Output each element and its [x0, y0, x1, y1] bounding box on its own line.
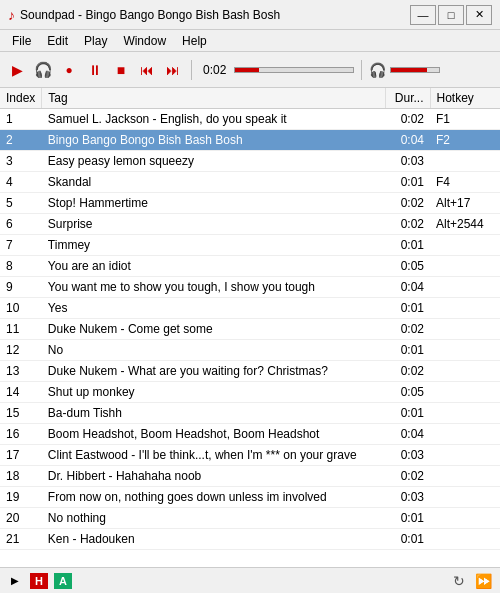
table-row[interactable]: 21Ken - Hadouken0:01 [0, 529, 500, 550]
cell-hotkey [430, 424, 500, 445]
table-row[interactable]: 2Bingo Bango Bongo Bish Bash Bosh0:04F2 [0, 130, 500, 151]
stop-button[interactable]: ■ [110, 59, 132, 81]
cell-duration: 0:04 [385, 130, 430, 151]
close-button[interactable]: ✕ [466, 5, 492, 25]
table-row[interactable]: 17Clint Eastwood - I'll be think...t, wh… [0, 445, 500, 466]
table-row[interactable]: 7Timmey0:01 [0, 235, 500, 256]
status-badge-h[interactable]: H [30, 573, 48, 589]
status-badge-a[interactable]: A [54, 573, 72, 589]
cell-hotkey [430, 256, 500, 277]
pause-button[interactable]: ⏸ [84, 59, 106, 81]
menu-bar: File Edit Play Window Help [0, 30, 500, 52]
cell-index: 5 [0, 193, 42, 214]
cell-tag: Yes [42, 298, 385, 319]
cell-index: 18 [0, 466, 42, 487]
cell-duration: 0:02 [385, 361, 430, 382]
cell-tag: No nothing [42, 508, 385, 529]
cell-index: 12 [0, 340, 42, 361]
menu-edit[interactable]: Edit [39, 32, 76, 50]
cell-hotkey [430, 445, 500, 466]
menu-file[interactable]: File [4, 32, 39, 50]
col-header-duration[interactable]: Dur... [385, 88, 430, 109]
table-row[interactable]: 15Ba-dum Tishh0:01 [0, 403, 500, 424]
menu-window[interactable]: Window [115, 32, 174, 50]
cell-duration: 0:05 [385, 256, 430, 277]
cell-tag: Ba-dum Tishh [42, 403, 385, 424]
cell-duration: 0:01 [385, 172, 430, 193]
table-row[interactable]: 19From now on, nothing goes down unless … [0, 487, 500, 508]
app-icon: ♪ [8, 7, 15, 23]
table-row[interactable]: 8You are an idiot0:05 [0, 256, 500, 277]
cell-tag: Duke Nukem - What are you waiting for? C… [42, 361, 385, 382]
cell-index: 19 [0, 487, 42, 508]
cell-hotkey [430, 508, 500, 529]
cell-tag: Bingo Bango Bongo Bish Bash Bosh [42, 130, 385, 151]
cell-tag: Dr. Hibbert - Hahahaha noob [42, 466, 385, 487]
forward-button[interactable]: ⏩ [473, 571, 494, 591]
cell-hotkey [430, 466, 500, 487]
table-body: 1Samuel L. Jackson - English, do you spe… [0, 109, 500, 550]
status-play-button[interactable]: ▶ [6, 572, 24, 590]
repeat-button[interactable]: ↻ [451, 571, 467, 591]
cell-duration: 0:02 [385, 109, 430, 130]
sound-list[interactable]: Index Tag Dur... Hotkey 1Samuel L. Jacks… [0, 88, 500, 567]
cell-index: 21 [0, 529, 42, 550]
table-row[interactable]: 3Easy peasy lemon squeezy0:03 [0, 151, 500, 172]
cell-tag: Timmey [42, 235, 385, 256]
play-button[interactable]: ▶ [6, 59, 28, 81]
col-header-index[interactable]: Index [0, 88, 42, 109]
cell-hotkey [430, 319, 500, 340]
table-row[interactable]: 5Stop! Hammertime0:02Alt+17 [0, 193, 500, 214]
table-row[interactable]: 4Skandal0:01F4 [0, 172, 500, 193]
cell-duration: 0:03 [385, 487, 430, 508]
sound-table: Index Tag Dur... Hotkey 1Samuel L. Jacks… [0, 88, 500, 550]
menu-help[interactable]: Help [174, 32, 215, 50]
progress-bar[interactable] [234, 67, 354, 73]
prev-button[interactable]: ⏮ [136, 59, 158, 81]
next-button[interactable]: ⏭ [162, 59, 184, 81]
cell-hotkey [430, 151, 500, 172]
volume-bar[interactable] [390, 67, 440, 73]
table-row[interactable]: 11Duke Nukem - Come get some0:02 [0, 319, 500, 340]
menu-play[interactable]: Play [76, 32, 115, 50]
cell-hotkey: F1 [430, 109, 500, 130]
table-row[interactable]: 10Yes0:01 [0, 298, 500, 319]
table-row[interactable]: 1Samuel L. Jackson - English, do you spe… [0, 109, 500, 130]
cell-index: 4 [0, 172, 42, 193]
volume-icon: 🎧 [369, 62, 386, 78]
cell-duration: 0:01 [385, 298, 430, 319]
cell-duration: 0:04 [385, 424, 430, 445]
cell-tag: Shut up monkey [42, 382, 385, 403]
table-row[interactable]: 12No0:01 [0, 340, 500, 361]
cell-tag: Clint Eastwood - I'll be think...t, when… [42, 445, 385, 466]
table-row[interactable]: 18Dr. Hibbert - Hahahaha noob0:02 [0, 466, 500, 487]
cell-tag: Surprise [42, 214, 385, 235]
col-header-hotkey[interactable]: Hotkey [430, 88, 500, 109]
table-row[interactable]: 14Shut up monkey0:05 [0, 382, 500, 403]
table-row[interactable]: 13Duke Nukem - What are you waiting for?… [0, 361, 500, 382]
cell-tag: Samuel L. Jackson - English, do you spea… [42, 109, 385, 130]
cell-duration: 0:03 [385, 151, 430, 172]
cell-hotkey [430, 487, 500, 508]
maximize-button[interactable]: □ [438, 5, 464, 25]
window-title: Soundpad - Bingo Bango Bongo Bish Bash B… [20, 8, 410, 22]
cell-index: 3 [0, 151, 42, 172]
cell-duration: 0:05 [385, 382, 430, 403]
col-header-tag[interactable]: Tag [42, 88, 385, 109]
cell-index: 17 [0, 445, 42, 466]
cell-index: 8 [0, 256, 42, 277]
cell-tag: Skandal [42, 172, 385, 193]
table-row[interactable]: 6Surprise0:02Alt+2544 [0, 214, 500, 235]
cell-index: 9 [0, 277, 42, 298]
cell-tag: Duke Nukem - Come get some [42, 319, 385, 340]
table-row[interactable]: 16Boom Headshot, Boom Headshot, Boom Hea… [0, 424, 500, 445]
record-button[interactable]: ● [58, 59, 80, 81]
cell-duration: 0:03 [385, 445, 430, 466]
cell-hotkey [430, 298, 500, 319]
table-row[interactable]: 20No nothing0:01 [0, 508, 500, 529]
minimize-button[interactable]: — [410, 5, 436, 25]
cell-duration: 0:02 [385, 193, 430, 214]
cell-index: 20 [0, 508, 42, 529]
table-row[interactable]: 9You want me to show you tough, I show y… [0, 277, 500, 298]
headphone-button[interactable]: 🎧 [32, 59, 54, 81]
